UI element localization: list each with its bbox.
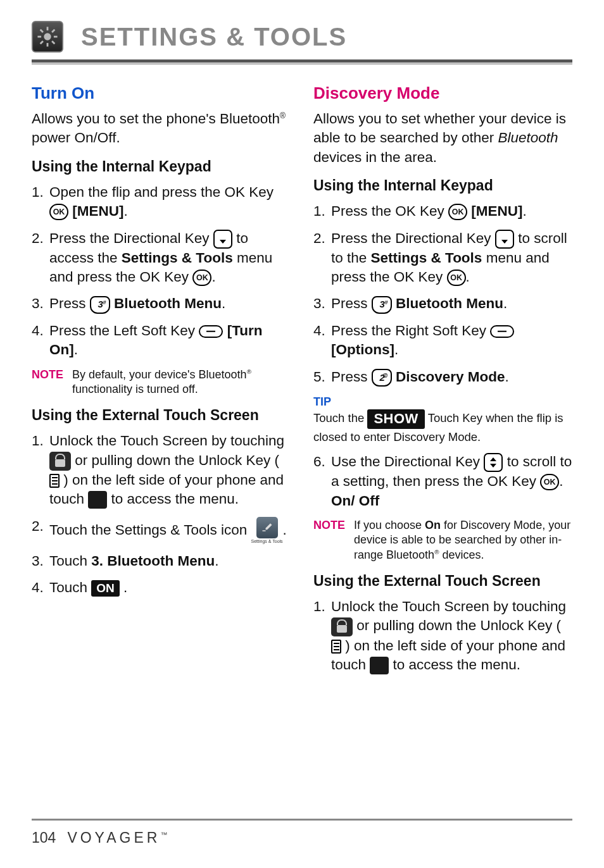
step-2: Press the Directional Key to scroll to t… xyxy=(313,229,572,287)
ok-key-icon: OK xyxy=(49,204,68,220)
ok-key-icon: OK xyxy=(192,270,211,286)
ok-key-icon: OK xyxy=(540,474,559,490)
step-5: Press 2@ Discovery Mode. xyxy=(313,368,572,387)
step-3: Press 3# Bluetooth Menu. xyxy=(313,294,572,313)
step-3: Press 3# Bluetooth Menu. xyxy=(32,294,291,313)
ok-key-icon: OK xyxy=(447,270,466,286)
svg-line-7 xyxy=(41,41,43,44)
page-header: SETTINGS & TOOLS xyxy=(32,19,572,54)
step-4: Press the Right Soft Key [Options]. xyxy=(313,321,572,360)
steps-internal: Open the flip and press the OK Key OK [M… xyxy=(32,183,291,360)
step-1: Unlock the Touch Screen by touching or p… xyxy=(32,431,291,509)
left-soft-key-icon xyxy=(199,325,223,338)
svg-line-8 xyxy=(52,30,54,32)
steps-internal: Press the OK Key OK [MENU]. Press the Di… xyxy=(313,202,572,387)
lock-icon xyxy=(331,617,353,636)
note-label: NOTE xyxy=(313,518,345,562)
step-1: Open the flip and press the OK Key OK [M… xyxy=(32,183,291,221)
step-1: Press the OK Key OK [MENU]. xyxy=(313,202,572,221)
key-3-icon: 3# xyxy=(372,296,392,314)
settings-icon xyxy=(32,21,63,53)
right-soft-key-icon xyxy=(490,325,514,338)
step-4: Touch ON . xyxy=(32,578,291,597)
intro-text: Allows you to set whether your device is… xyxy=(313,109,572,167)
steps-external: Unlock the Touch Screen by touching or p… xyxy=(313,597,572,674)
directional-down-icon xyxy=(213,230,232,249)
page-number: 104 xyxy=(32,829,56,846)
note-body: By default, your device's Bluetooth® fun… xyxy=(72,368,291,397)
divider xyxy=(32,59,572,63)
directional-down-icon xyxy=(495,230,514,249)
right-column: Discovery Mode Allows you to set whether… xyxy=(313,82,572,682)
svg-line-6 xyxy=(52,41,54,44)
tip-body: Touch the SHOW Touch Key when the flip i… xyxy=(313,409,572,446)
note: NOTE If you choose On for Discovery Mode… xyxy=(313,518,572,562)
brand-mark: VOYAGER™ xyxy=(67,829,167,846)
step-6: Use the Directional Key to scroll to a s… xyxy=(313,452,572,511)
section-title-discovery: Discovery Mode xyxy=(313,82,572,104)
section-title-turn-on: Turn On xyxy=(32,82,291,104)
unlock-side-key-icon xyxy=(331,640,341,654)
settings-tools-app-icon xyxy=(256,517,278,538)
steps-external: Unlock the Touch Screen by touching or p… xyxy=(32,431,291,597)
on-touch-key: ON xyxy=(91,580,120,597)
subhead-internal-keypad: Using the Internal Keypad xyxy=(313,176,572,195)
menu-grid-icon xyxy=(88,491,107,509)
page-footer: 104 VOYAGER™ xyxy=(32,819,572,846)
registered-mark: ® xyxy=(247,368,251,375)
unlock-side-key-icon xyxy=(49,474,60,488)
subhead-internal-keypad: Using the Internal Keypad xyxy=(32,157,291,177)
svg-point-0 xyxy=(44,33,51,40)
subhead-external-touch: Using the External Touch Screen xyxy=(313,571,572,591)
note: NOTE By default, your device's Bluetooth… xyxy=(32,368,291,397)
key-2-icon: 2@ xyxy=(372,369,392,387)
tip-label: TIP xyxy=(313,394,572,409)
divider xyxy=(32,63,572,65)
note-label: NOTE xyxy=(32,368,63,397)
intro-text: Allows you to set the phone's Bluetooth®… xyxy=(32,109,291,148)
svg-line-5 xyxy=(41,30,43,32)
page-title: SETTINGS & TOOLS xyxy=(81,23,347,51)
directional-updown-icon xyxy=(484,453,503,472)
steps-internal-cont: Use the Directional Key to scroll to a s… xyxy=(313,452,572,511)
step-4: Press the Left Soft Key [Turn On]. xyxy=(32,321,291,360)
ok-key-icon: OK xyxy=(448,204,467,220)
left-column: Turn On Allows you to set the phone's Bl… xyxy=(32,82,291,682)
lock-icon xyxy=(49,452,71,471)
note-body: If you choose On for Discovery Mode, you… xyxy=(354,518,572,562)
step-2: Touch the Settings & Tools icon Settings… xyxy=(32,517,291,544)
menu-grid-icon xyxy=(370,657,389,674)
registered-mark: ® xyxy=(280,111,286,120)
key-3-icon: 3# xyxy=(90,296,110,314)
step-2: Press the Directional Key to access the … xyxy=(32,229,291,287)
step-1: Unlock the Touch Screen by touching or p… xyxy=(313,597,572,674)
settings-tools-caption: Settings & Tools xyxy=(251,538,283,544)
step-3: Touch 3. Bluetooth Menu. xyxy=(32,552,291,571)
show-touch-key: SHOW xyxy=(367,409,424,429)
subhead-external-touch: Using the External Touch Screen xyxy=(32,406,291,425)
content-columns: Turn On Allows you to set the phone's Bl… xyxy=(32,82,572,682)
